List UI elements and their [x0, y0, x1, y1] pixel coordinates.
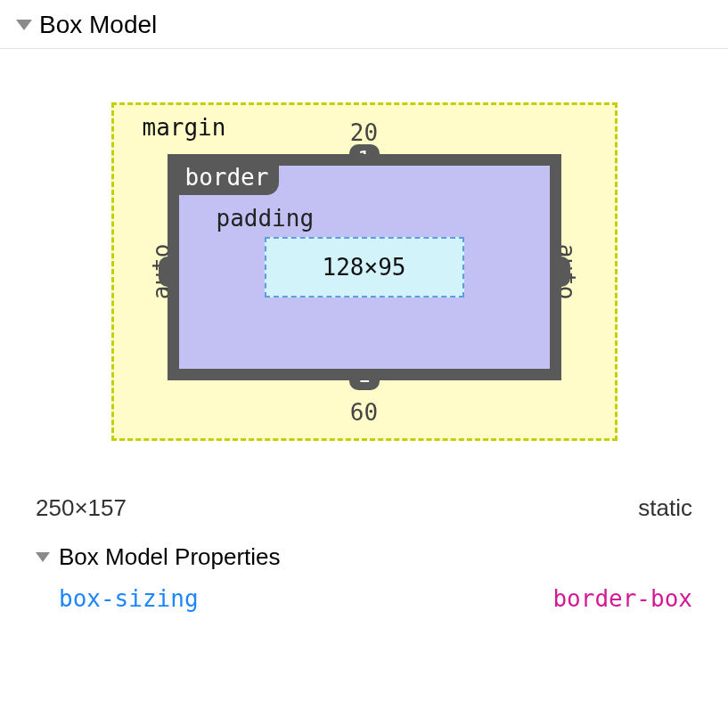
properties-section-header[interactable]: Box Model Properties	[36, 543, 692, 571]
border-box: border padding 128×95	[168, 154, 561, 380]
margin-box: margin 20 60 auto auto 1 1 1 1 30 30 60 …	[111, 102, 618, 441]
box-model-diagram: margin 20 60 auto auto 1 1 1 1 30 30 60 …	[0, 49, 728, 468]
element-size: 250×157	[36, 494, 127, 522]
box-model-section-header[interactable]: Box Model	[0, 0, 728, 49]
section-title: Box Model	[39, 11, 157, 39]
element-position: static	[638, 494, 692, 522]
box-model-footer: 250×157 static Box Model Properties box-…	[0, 468, 728, 630]
margin-label: margin	[143, 114, 226, 141]
border-label: border	[175, 161, 280, 195]
content-size: 128×95	[323, 254, 406, 281]
margin-top-value[interactable]: 20	[350, 121, 378, 144]
metrics-row: 250×157 static	[36, 494, 692, 522]
content-box[interactable]: 128×95	[265, 237, 464, 298]
properties-section-title: Box Model Properties	[59, 543, 281, 571]
disclosure-triangle-icon	[36, 552, 50, 562]
property-row[interactable]: box-sizing border-box	[36, 585, 692, 612]
disclosure-triangle-icon	[16, 20, 32, 30]
css-property-name: box-sizing	[59, 585, 199, 612]
css-property-value: border-box	[552, 585, 692, 612]
margin-bottom-value[interactable]: 60	[350, 401, 378, 424]
padding-label: padding	[217, 205, 315, 232]
